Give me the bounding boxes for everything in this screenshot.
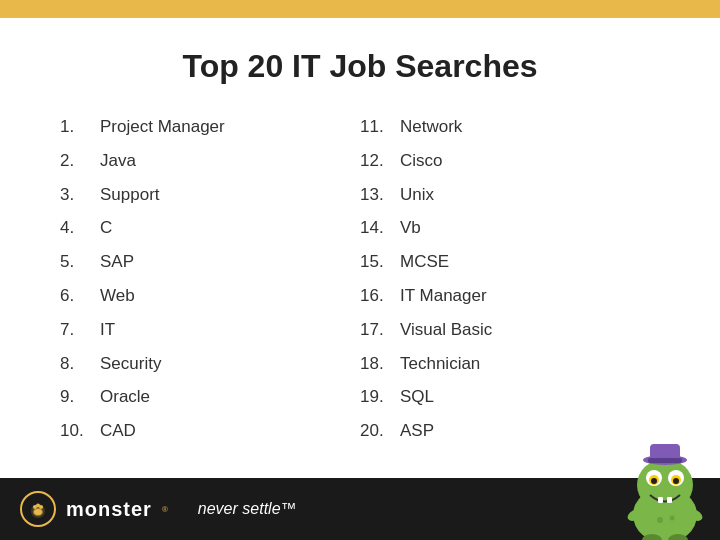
main-content: Top 20 IT Job Searches 1.Project Manager… xyxy=(0,18,720,473)
list-item: 14.Vb xyxy=(360,216,660,240)
item-label: Unix xyxy=(400,183,434,207)
list-item: 17.Visual Basic xyxy=(360,318,660,342)
monster-creature-illustration xyxy=(610,440,710,540)
list-item: 16.IT Manager xyxy=(360,284,660,308)
right-column: 11.Network12.Cisco13.Unix14.Vb15.MCSE16.… xyxy=(360,115,660,453)
list-item: 19.SQL xyxy=(360,385,660,409)
item-number: 16. xyxy=(360,284,400,308)
svg-point-23 xyxy=(657,517,663,523)
item-label: MCSE xyxy=(400,250,449,274)
item-label: Vb xyxy=(400,216,421,240)
list-item: 6.Web xyxy=(60,284,360,308)
list-item: 8.Security xyxy=(60,352,360,376)
item-label: Visual Basic xyxy=(400,318,492,342)
monster-logo: monster ® xyxy=(20,491,168,527)
item-number: 17. xyxy=(360,318,400,342)
top-bar xyxy=(0,0,720,18)
item-label: ASP xyxy=(400,419,434,443)
list-item: 7.IT xyxy=(60,318,360,342)
list-item: 2.Java xyxy=(60,149,360,173)
item-number: 15. xyxy=(360,250,400,274)
list-item: 10.CAD xyxy=(60,419,360,443)
item-number: 11. xyxy=(360,115,400,139)
list-item: 13.Unix xyxy=(360,183,660,207)
item-number: 10. xyxy=(60,419,100,443)
item-number: 4. xyxy=(60,216,100,240)
svg-rect-18 xyxy=(667,497,672,503)
list-item: 4.C xyxy=(60,216,360,240)
list-item: 5.SAP xyxy=(60,250,360,274)
item-label: IT xyxy=(100,318,115,342)
item-number: 6. xyxy=(60,284,100,308)
left-column: 1.Project Manager2.Java3.Support4.C5.SAP… xyxy=(60,115,360,453)
item-label: Project Manager xyxy=(100,115,225,139)
item-number: 19. xyxy=(360,385,400,409)
item-number: 12. xyxy=(360,149,400,173)
item-label: Java xyxy=(100,149,136,173)
list-item: 11.Network xyxy=(360,115,660,139)
item-label: Cisco xyxy=(400,149,443,173)
item-number: 3. xyxy=(60,183,100,207)
list-item: 12.Cisco xyxy=(360,149,660,173)
svg-point-5 xyxy=(34,509,42,515)
item-number: 8. xyxy=(60,352,100,376)
item-number: 13. xyxy=(360,183,400,207)
item-label: Security xyxy=(100,352,161,376)
svg-point-24 xyxy=(670,516,675,521)
item-label: CAD xyxy=(100,419,136,443)
svg-rect-16 xyxy=(648,458,682,463)
list-item: 9.Oracle xyxy=(60,385,360,409)
list-item: 18.Technician xyxy=(360,352,660,376)
item-label: SAP xyxy=(100,250,134,274)
item-number: 5. xyxy=(60,250,100,274)
lists-container: 1.Project Manager2.Java3.Support4.C5.SAP… xyxy=(60,115,660,453)
item-number: 9. xyxy=(60,385,100,409)
item-label: Network xyxy=(400,115,462,139)
svg-rect-17 xyxy=(658,497,663,503)
monster-brand: monster xyxy=(66,498,152,521)
item-label: Oracle xyxy=(100,385,150,409)
item-label: IT Manager xyxy=(400,284,487,308)
svg-point-4 xyxy=(39,505,43,509)
item-label: SQL xyxy=(400,385,434,409)
item-number: 14. xyxy=(360,216,400,240)
item-number: 7. xyxy=(60,318,100,342)
svg-point-12 xyxy=(651,478,657,484)
monster-paw-icon xyxy=(20,491,56,527)
bottom-bar: monster ® never settle™ xyxy=(0,478,720,540)
item-label: C xyxy=(100,216,112,240)
item-label: Support xyxy=(100,183,160,207)
item-number: 2. xyxy=(60,149,100,173)
item-label: Technician xyxy=(400,352,480,376)
tagline: never settle™ xyxy=(198,500,297,518)
list-item: 1.Project Manager xyxy=(60,115,360,139)
page-title: Top 20 IT Job Searches xyxy=(60,48,660,85)
svg-point-13 xyxy=(673,478,679,484)
item-label: Web xyxy=(100,284,135,308)
registered-mark: ® xyxy=(162,505,168,514)
list-item: 3.Support xyxy=(60,183,360,207)
svg-point-7 xyxy=(637,459,693,511)
list-item: 15.MCSE xyxy=(360,250,660,274)
item-number: 1. xyxy=(60,115,100,139)
item-number: 20. xyxy=(360,419,400,443)
item-number: 18. xyxy=(360,352,400,376)
